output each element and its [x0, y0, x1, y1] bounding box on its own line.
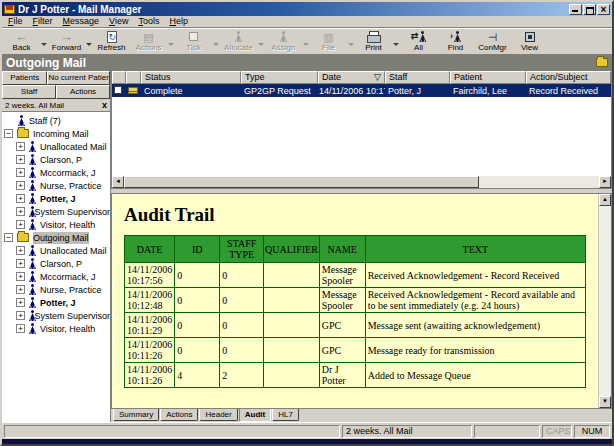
file-button[interactable]: ▥ File [310, 29, 347, 54]
vertical-scrollbar[interactable]: ▲ ▼ [598, 194, 611, 408]
menu-help[interactable]: Help [164, 16, 193, 27]
tree-item[interactable]: + System Supervisor [2, 205, 110, 218]
allocate-dropdown[interactable] [257, 29, 265, 54]
tree-item[interactable]: + Clarson, P [2, 153, 110, 166]
header-checkbox-column[interactable] [112, 71, 126, 84]
tree-item[interactable]: + System Supervisor [2, 309, 110, 322]
print-button[interactable]: Print [355, 29, 392, 54]
expand-icon[interactable]: + [16, 311, 25, 320]
close-icon[interactable]: x [102, 100, 107, 110]
scroll-right-icon[interactable]: ► [599, 176, 611, 188]
expand-icon[interactable]: + [16, 246, 25, 255]
collapse-icon[interactable]: − [4, 129, 13, 138]
tree-item[interactable]: + Unallocated Mail [2, 140, 110, 153]
view-button[interactable]: View [511, 29, 548, 54]
forward-dropdown[interactable] [85, 29, 93, 54]
tree-item-outgoing-mail[interactable]: − Outgoing Mail [2, 231, 110, 244]
row-checkbox-cell[interactable] [112, 85, 126, 97]
header-action-subject[interactable]: Action/Subject [526, 71, 611, 84]
expand-icon[interactable]: + [16, 220, 25, 229]
tab-hl7[interactable]: HL7 [272, 409, 299, 421]
find-arrow-icon: › [450, 31, 453, 42]
expand-icon[interactable]: + [16, 272, 25, 281]
menu-message[interactable]: Message [58, 16, 105, 27]
tick-button[interactable]: Tick [175, 29, 212, 54]
tab-no-current-patient[interactable]: No current Patient [47, 71, 110, 85]
expand-icon[interactable]: + [16, 142, 25, 151]
header-staff[interactable]: Staff [385, 71, 450, 84]
back-button[interactable]: ← Back [3, 29, 40, 54]
actions-icon: ▤ [143, 31, 153, 43]
tab-actions-detail[interactable]: Actions [160, 409, 198, 421]
checkbox-icon[interactable] [114, 86, 122, 94]
scroll-up-icon[interactable]: ▲ [599, 194, 611, 206]
expand-icon[interactable]: + [16, 298, 25, 307]
expand-icon[interactable]: + [16, 155, 25, 164]
expand-icon[interactable]: + [16, 194, 25, 203]
actions-button[interactable]: ▤ Actions [130, 29, 167, 54]
tab-audit[interactable]: Audit [239, 409, 271, 422]
tree-item-staff[interactable]: Staff (7) [2, 114, 110, 127]
header-status[interactable]: Status [141, 71, 241, 84]
forward-button[interactable]: → Forward [48, 29, 85, 54]
scrollbar-thumb[interactable] [124, 176, 479, 188]
tree-item[interactable]: + Mccormack, J [2, 166, 110, 179]
collapse-icon[interactable]: − [4, 233, 13, 242]
actions-dropdown[interactable] [167, 29, 175, 54]
person-icon [29, 193, 36, 204]
allocate-button[interactable]: Allocate [220, 29, 257, 54]
header-type[interactable]: Type [241, 71, 318, 84]
expand-icon[interactable]: + [16, 168, 25, 177]
audit-title: Audit Trail [124, 204, 596, 226]
menu-filter[interactable]: Filter [28, 16, 58, 27]
menu-view[interactable]: View [104, 16, 133, 27]
mail-row-selected[interactable]: Complete GP2GP Request 14/11/2006 10:17 … [112, 84, 611, 97]
header-icon-column[interactable] [126, 71, 141, 84]
minimize-button[interactable] [569, 4, 582, 15]
tree-item[interactable]: + Visitor, Health [2, 322, 110, 335]
scroll-down-icon[interactable]: ▼ [599, 396, 611, 408]
expand-icon[interactable]: + [16, 285, 25, 294]
tree-item[interactable]: + Nurse, Practice [2, 179, 110, 192]
assign-button[interactable]: Assign [265, 29, 302, 54]
cell-action-subject: Record Received [526, 85, 611, 97]
expand-icon[interactable]: + [16, 207, 25, 216]
menu-tools[interactable]: Tools [133, 16, 164, 27]
tree-item-incoming-mail[interactable]: − Incoming Mail [2, 127, 110, 140]
print-dropdown[interactable] [392, 29, 400, 54]
expand-icon[interactable]: + [16, 324, 25, 333]
find-button[interactable]: › Find [437, 29, 474, 54]
tree-item-potter-outgoing[interactable]: + Potter, J [2, 296, 110, 309]
all-button[interactable]: ⇄ All [400, 29, 437, 54]
tree-item[interactable]: + Unallocated Mail [2, 244, 110, 257]
scroll-left-icon[interactable]: ◄ [112, 176, 124, 188]
tree-item[interactable]: + Mccormack, J [2, 270, 110, 283]
tab-header[interactable]: Header [199, 409, 237, 421]
tree-item[interactable]: + Clarson, P [2, 257, 110, 270]
file-dropdown[interactable] [347, 29, 355, 54]
header-patient[interactable]: Patient [450, 71, 526, 84]
horizontal-scrollbar[interactable]: ◄ ► [112, 176, 611, 188]
mail-manager-window: Dr J Potter - Mail Manager File Filter M… [0, 0, 614, 446]
tab-actions[interactable]: Actions [56, 85, 110, 99]
back-dropdown[interactable] [40, 29, 48, 54]
tab-patients[interactable]: Patients [2, 71, 47, 85]
tree-item[interactable]: + Nurse, Practice [2, 283, 110, 296]
refresh-button[interactable]: Refresh [93, 29, 130, 54]
close-button[interactable] [597, 4, 610, 15]
tab-summary[interactable]: Summary [113, 409, 159, 421]
restore-button[interactable] [583, 4, 596, 15]
tab-staff[interactable]: Staff [2, 85, 56, 99]
tick-dropdown[interactable] [212, 29, 220, 54]
assign-dropdown[interactable] [302, 29, 310, 54]
menu-file[interactable]: File [3, 16, 28, 27]
conmgr-button[interactable]: ⊣ ConMgr [474, 29, 511, 54]
expand-icon[interactable]: + [16, 259, 25, 268]
expand-icon[interactable]: + [16, 181, 25, 190]
status-num-indicator: NUM [574, 425, 610, 438]
menu-bar: File Filter Message View Tools Help [2, 16, 612, 28]
sort-descending-icon: ▽ [374, 72, 381, 83]
tree-item-potter[interactable]: + Potter, J [2, 192, 110, 205]
header-date[interactable]: Date▽ [318, 71, 385, 84]
tree-item[interactable]: + Visitor, Health [2, 218, 110, 231]
